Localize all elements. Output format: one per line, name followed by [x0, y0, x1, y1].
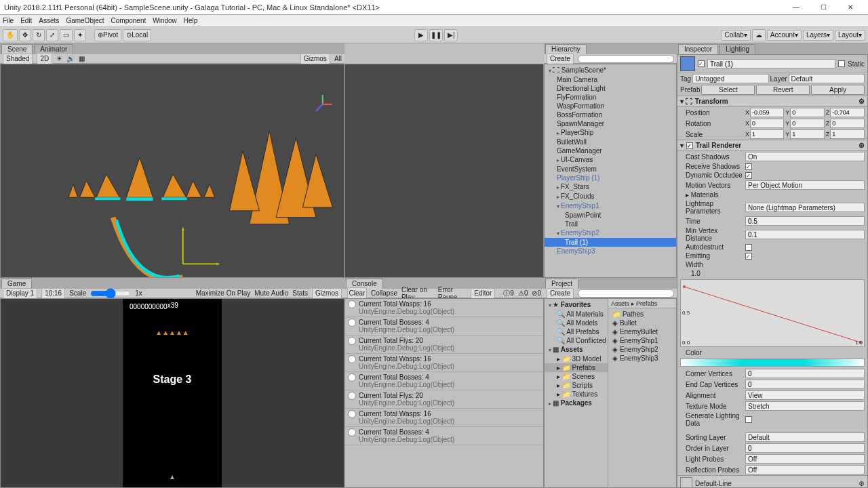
warn-count[interactable]: ⚠0 [518, 289, 528, 297]
hierarchy-item[interactable]: EnemyShip1 [545, 201, 676, 211]
project-panel[interactable]: ★ Favorites 🔍 All Materials🔍 All Models🔍… [544, 298, 677, 488]
tab-project[interactable]: Project [545, 279, 578, 289]
tab-lighting[interactable]: Lighting [719, 44, 755, 54]
project-search[interactable] [578, 289, 674, 298]
pos-y[interactable] [790, 108, 824, 117]
shaded-dropdown[interactable]: Shaded [3, 54, 33, 64]
min-vertex-field[interactable] [745, 230, 865, 239]
receive-shadows-checkbox[interactable] [745, 163, 752, 170]
trail-renderer-component[interactable]: ▾ Trail Renderer⚙ [677, 140, 867, 151]
pause-button[interactable]: ❚❚ [429, 29, 443, 41]
mute-toggle[interactable]: Mute Audio [254, 289, 288, 297]
layer-dropdown[interactable]: Default [789, 74, 865, 83]
active-checkbox[interactable] [698, 60, 705, 67]
move-tool[interactable]: ✥ [19, 29, 31, 41]
cast-shadows-dropdown[interactable]: On [745, 152, 865, 161]
emitting-checkbox[interactable] [745, 253, 752, 260]
log-item[interactable]: Current Total Flys: 20UnityEngine.Debug:… [345, 336, 543, 354]
hierarchy-item[interactable]: GameManager [545, 146, 676, 155]
audio-icon[interactable]: 🔊 [66, 55, 75, 62]
packages-folder[interactable]: ▦ Packages [545, 399, 608, 408]
scene-view-ext[interactable] [344, 64, 544, 278]
hierarchy-item[interactable]: PlayerShip (1) [545, 174, 676, 182]
minimize-button[interactable]: — [783, 1, 810, 14]
hierarchy-item[interactable]: WaspFormation [545, 102, 676, 110]
hierarchy-item[interactable]: SpawnPoint [545, 211, 676, 220]
hierarchy-item[interactable]: EnemyShip3 [545, 247, 676, 256]
lightmap-dropdown[interactable]: None (Lightmap Parameters) [745, 203, 865, 212]
asset-item[interactable]: ◈ EnemyShip2 [608, 345, 676, 354]
favorites-folder[interactable]: ★ Favorites [545, 300, 608, 310]
menu-edit[interactable]: Edit [20, 17, 32, 24]
menu-file[interactable]: File [3, 17, 14, 24]
folder-item[interactable]: ▸ 📁 Textures [545, 390, 608, 399]
hierarchy-tree[interactable]: ⛶ SampleScene* Main CameraDirectional Li… [544, 64, 677, 278]
layers-dropdown[interactable]: Layers ▾ [803, 30, 833, 41]
scl-y[interactable] [790, 129, 824, 139]
collab-dropdown[interactable]: Collab ▾ [721, 30, 750, 41]
corner-verts-field[interactable] [745, 369, 865, 378]
favorite-item[interactable]: 🔍 All Prefabs [545, 327, 608, 336]
game-view[interactable]: 0000000000 x39 ▲▲▲▲▲ Stage 3 ▲ [0, 298, 344, 488]
order-layer-field[interactable] [745, 443, 865, 453]
scale-slider[interactable] [90, 290, 131, 297]
tab-game[interactable]: Game [1, 279, 32, 289]
project-create[interactable]: Create [547, 288, 574, 299]
favorite-item[interactable]: 🔍 All Materials [545, 310, 608, 319]
asset-item[interactable]: ◈ EnemyShip3 [608, 354, 676, 363]
hierarchy-create[interactable]: Create [547, 54, 574, 64]
2d-toggle[interactable]: 2D [37, 53, 52, 65]
sorting-layer-dropdown[interactable]: Default [745, 432, 865, 442]
folder-item[interactable]: ▸ 📁 Scripts [545, 381, 608, 390]
materials-foldout[interactable]: ▸ Materials [680, 191, 744, 199]
hierarchy-item[interactable]: PlayerShip [545, 128, 676, 138]
scale-tool[interactable]: ⤢ [46, 29, 58, 41]
pivot-toggle[interactable]: ⊕ Pivot [94, 29, 121, 41]
rot-x[interactable] [750, 119, 784, 128]
tab-inspector[interactable]: Inspector [678, 44, 718, 54]
stats-toggle[interactable]: Stats [292, 289, 308, 297]
folder-item[interactable]: ▸ 📁 Prefabs [545, 363, 608, 372]
object-name-field[interactable] [707, 59, 835, 68]
favorite-item[interactable]: 🔍 All Conflicted [545, 336, 608, 345]
hierarchy-item[interactable]: UI-Canvas [545, 155, 676, 165]
search-all[interactable]: All [334, 55, 342, 62]
hierarchy-item[interactable]: Directional Light [545, 84, 676, 93]
endcap-verts-field[interactable] [745, 380, 865, 389]
rot-z[interactable] [830, 119, 865, 128]
editor-dropdown[interactable]: Editor [471, 288, 495, 299]
motion-vectors-dropdown[interactable]: Per Object Motion [745, 180, 865, 190]
pos-x[interactable] [750, 108, 784, 117]
tab-hierarchy[interactable]: Hierarchy [545, 44, 587, 54]
log-item[interactable]: Current Total Flys: 20UnityEngine.Debug:… [345, 390, 543, 409]
log-item[interactable]: Current Total Bosses: 4UnityEngine.Debug… [345, 372, 543, 390]
refl-probes-dropdown[interactable]: Off [745, 465, 865, 474]
hand-tool[interactable]: ✋ [3, 29, 18, 41]
hierarchy-item[interactable]: SpawnManager [545, 119, 676, 128]
maximize-toggle[interactable]: Maximize On Play [196, 289, 251, 297]
cloud-button[interactable]: ☁ [752, 29, 766, 41]
asset-item[interactable]: 📁 Pathes [608, 310, 676, 319]
local-toggle[interactable]: ⊙ Local [123, 29, 151, 41]
static-checkbox[interactable] [838, 60, 845, 67]
asset-item[interactable]: ◈ Bullet [608, 319, 676, 327]
log-item[interactable]: Current Total Bosses: 4UnityEngine.Debug… [345, 317, 543, 336]
scene-root[interactable]: ⛶ SampleScene* [545, 66, 676, 75]
step-button[interactable]: ▶| [444, 29, 458, 41]
maximize-button[interactable]: ☐ [810, 1, 837, 14]
layout-dropdown[interactable]: Layout ▾ [835, 30, 865, 41]
menu-assets[interactable]: Assets [39, 17, 59, 24]
hierarchy-item[interactable]: Trail [545, 220, 676, 228]
log-item[interactable]: Current Total Wasps: 16UnityEngine.Debug… [345, 409, 543, 427]
autodestruct-checkbox[interactable] [745, 244, 752, 251]
gizmos-dropdown[interactable]: Gizmos [300, 54, 330, 64]
rot-y[interactable] [790, 119, 824, 128]
transform-component[interactable]: ▾ ⛶ Transform⚙ [677, 96, 867, 107]
log-item[interactable]: Current Total Wasps: 16UnityEngine.Debug… [345, 354, 543, 372]
dynamic-occludee-checkbox[interactable] [745, 172, 752, 179]
hierarchy-item[interactable]: BossFormation [545, 110, 676, 119]
hierarchy-item[interactable]: FX_Clouds [545, 192, 676, 201]
asset-item[interactable]: ◈ EnemyBullet [608, 327, 676, 336]
play-button[interactable]: ▶ [414, 29, 428, 41]
hierarchy-item[interactable]: BulletWall [545, 138, 676, 146]
